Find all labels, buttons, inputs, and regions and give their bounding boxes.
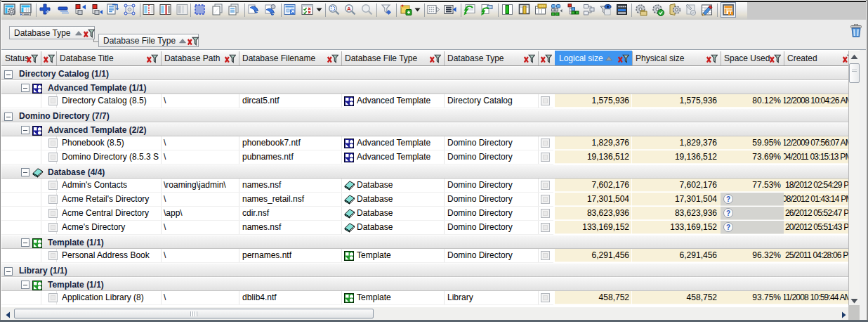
svg-text:A: A <box>347 6 351 12</box>
